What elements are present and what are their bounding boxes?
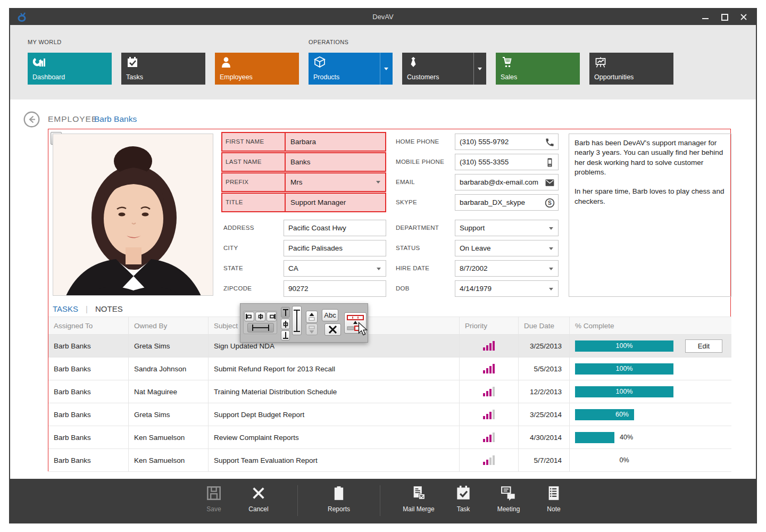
tile-employees[interactable]: Employees (215, 53, 299, 85)
tile-label: Customers (407, 73, 439, 81)
opportunities-icon (594, 56, 607, 68)
tile-dashboard[interactable]: Dashboard (28, 53, 112, 85)
stretch-horizontal-button[interactable] (247, 323, 274, 332)
rename-button[interactable]: Abc (322, 309, 338, 321)
table-row[interactable]: Barb Banks Greta Sims Sign Updated NDA 3… (48, 335, 731, 358)
field-first-name[interactable]: FIRST NAME Barbara (221, 132, 386, 152)
field-label: PREFIX (226, 173, 248, 191)
edit-button[interactable]: Edit (685, 339, 722, 353)
cancel-icon (251, 485, 266, 501)
city-field[interactable]: Pacific Palisades (284, 240, 386, 256)
status-dropdown[interactable]: On Leave (455, 240, 559, 256)
table-row[interactable]: Barb Banks Sandra Johnson Submit Refund … (48, 358, 731, 380)
tile-opportunities[interactable]: Opportunities (589, 53, 673, 85)
priority-icon (483, 455, 495, 465)
tile-sales[interactable]: Sales (496, 53, 580, 85)
field-label-mobile-phone: MOBILE PHONE (396, 154, 453, 170)
align-left-button[interactable] (244, 312, 254, 321)
cell-percent-complete: 60% (570, 403, 731, 426)
delete-item-button[interactable] (324, 323, 341, 336)
tile-dropdown-button[interactable] (380, 53, 393, 85)
employee-notes[interactable]: Barb has been DevAV's support manager fo… (569, 134, 731, 297)
align-bottom-button[interactable] (281, 330, 290, 340)
hire-date-dropdown[interactable]: 8/7/2002 (455, 260, 559, 277)
cell-percent-complete: 0% (570, 449, 731, 471)
tab-divider: | (86, 304, 88, 313)
column-header[interactable]: Assigned To (48, 317, 129, 334)
priority-icon (483, 387, 495, 396)
field-label-state: STATE (223, 260, 281, 277)
dob-dropdown[interactable]: 4/14/1979 (455, 280, 559, 297)
column-header[interactable]: % Complete (570, 317, 731, 334)
tile-customers[interactable]: Customers (402, 53, 486, 85)
table-row[interactable]: Barb Banks Ken Samuelson Support Team Ev… (48, 449, 731, 472)
cell-assigned-to: Barb Banks (48, 426, 129, 448)
maximize-button[interactable] (717, 10, 732, 24)
tile-tasks[interactable]: Tasks (121, 53, 205, 85)
align-middle-button[interactable] (281, 319, 290, 329)
field-label: LAST NAME (226, 153, 262, 171)
cell-owned-by: Ken Samuelson (129, 426, 209, 448)
reports-button[interactable]: Reports (319, 484, 359, 518)
task-button[interactable]: Task (443, 484, 484, 518)
stretch-vertical-button[interactable] (292, 306, 302, 335)
skype-field[interactable]: barbarab_DX_skype S (455, 194, 559, 211)
meeting-button[interactable]: Meeting (488, 484, 529, 518)
close-button[interactable] (736, 10, 752, 24)
table-row[interactable]: Barb Banks Greta Sims Support Dept Budge… (48, 403, 731, 426)
chevron-down-icon[interactable] (549, 288, 553, 290)
detail-tabs: TASKS | NOTES (53, 303, 123, 314)
field-prefix[interactable]: PREFIX Mrs (221, 172, 386, 192)
chevron-down-icon[interactable] (549, 247, 553, 250)
column-header[interactable]: Due Date (519, 317, 570, 334)
note-button[interactable]: Note (534, 484, 574, 518)
table-row[interactable]: Barb Banks Nat Maguiree Training Materia… (48, 380, 731, 403)
state-dropdown[interactable]: CA (284, 260, 386, 277)
tile-label: Products (313, 73, 339, 81)
field-value[interactable]: Support Manager (285, 194, 385, 211)
align-top-button[interactable] (281, 307, 290, 318)
field-title[interactable]: TITLE Support Manager (221, 193, 386, 212)
home-phone-field[interactable]: (310) 555-9792 (455, 134, 559, 150)
department-dropdown[interactable]: Support (455, 220, 559, 236)
minimize-button[interactable] (697, 10, 713, 24)
address-field[interactable]: Pacific Coast Hwy (284, 220, 386, 236)
tile-dropdown-button[interactable] (473, 53, 486, 85)
chevron-down-icon[interactable] (549, 268, 553, 270)
field-value[interactable]: Mrs (285, 173, 385, 191)
zipcode-field[interactable]: 90272 (284, 280, 386, 297)
field-last-name[interactable]: LAST NAME Banks (221, 152, 386, 172)
field-label-department: DEPARTMENT (396, 220, 453, 236)
customers-icon (407, 56, 420, 68)
back-button[interactable] (23, 111, 40, 128)
field-value[interactable]: Banks (285, 153, 385, 171)
align-right-button[interactable] (267, 312, 277, 321)
save-button[interactable]: Save (194, 484, 234, 518)
tile-products[interactable]: Products (309, 53, 393, 85)
align-center-horizontal-button[interactable] (255, 312, 265, 321)
field-value[interactable]: Barbara (285, 133, 385, 151)
cell-priority (460, 403, 519, 426)
table-row[interactable]: Barb Banks Ken Samuelson Review Complain… (48, 426, 731, 449)
column-header[interactable]: Priority (460, 317, 519, 334)
cancel-button[interactable]: Cancel (238, 484, 279, 518)
tiles-band: MY WORLD OPERATIONS Dashboard Tasks Empl… (10, 25, 756, 99)
move-up-button[interactable] (306, 311, 318, 323)
toolbar-divider (297, 485, 298, 516)
chevron-down-icon[interactable] (376, 181, 380, 184)
chevron-down-icon[interactable] (549, 227, 553, 230)
email-icon (545, 178, 555, 188)
column-header[interactable]: Owned By (129, 317, 209, 334)
mail-merge-button[interactable]: Mail Merge (398, 484, 439, 518)
mobile-phone-field[interactable]: (310) 555-3355 (455, 154, 559, 170)
reports-icon (331, 485, 346, 501)
tile-label: Opportunities (594, 73, 634, 81)
toolbar-label: Note (534, 505, 574, 513)
tab-tasks[interactable]: TASKS (53, 304, 78, 313)
move-down-button[interactable] (306, 323, 318, 335)
cell-assigned-to: Barb Banks (48, 449, 129, 471)
cell-assigned-to: Barb Banks (48, 335, 129, 357)
email-field[interactable]: barbarab@dx-email.com (455, 174, 559, 190)
tab-notes[interactable]: NOTES (95, 304, 123, 313)
chevron-down-icon[interactable] (377, 268, 381, 270)
